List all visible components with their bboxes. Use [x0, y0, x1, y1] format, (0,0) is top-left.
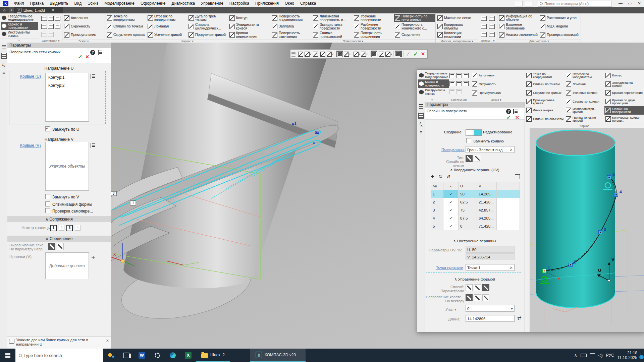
table-row-5[interactable]: 5✓071.428... — [431, 222, 520, 230]
tray-expand-icon[interactable]: ∧ — [574, 353, 577, 358]
redo-icon[interactable] — [48, 32, 54, 37]
ribbon-tab-каркас-и-поверхности[interactable]: Каркас и поверхности — [1, 22, 38, 30]
close-u-checkbox[interactable]: Замкнуть по U — [45, 126, 79, 132]
anchor-point-link[interactable]: Точка привязки — [436, 265, 463, 269]
orientation-icon[interactable] — [312, 51, 319, 57]
cylinder-viewport[interactable]: 12345 V U — [530, 128, 644, 332]
tool-контур[interactable]: Контур — [228, 14, 269, 22]
tool-кривая-по-двум-проекциям[interactable]: Кривая по двум проекциям — [604, 97, 644, 106]
tool-проекционная-кривая[interactable]: Проекционная кривая — [525, 97, 565, 106]
close-button[interactable]: ✕ — [635, 0, 644, 7]
tool-свернутая-кривая[interactable]: Свернутая кривая — [565, 97, 604, 106]
show-objects-icon[interactable]: ▾ — [361, 51, 368, 57]
collapse-chevron-icon[interactable]: » — [418, 98, 447, 102]
table-row-3[interactable]: 3✓7542.857... — [431, 206, 520, 214]
selfintersect-checkbox[interactable]: Проверка самопере... — [45, 208, 93, 214]
tool-точка-по-координатам[interactable]: Точка по координатам — [106, 14, 147, 22]
pick-curves-icon[interactable] — [91, 74, 96, 79]
ribbon-tab-твердотельное-моделирование[interactable]: Твердотельное моделирование — [1, 14, 38, 22]
tangent-vector-button[interactable] — [466, 294, 473, 301]
zoom-icon[interactable]: ▾ — [305, 51, 311, 57]
clear-icon[interactable]: ✕ — [509, 146, 513, 153]
tool-окружность[interactable]: Окружность — [63, 22, 104, 31]
construction-plane-icon[interactable] — [481, 16, 487, 21]
minimize-button[interactable]: — — [616, 0, 625, 7]
tool-сплайн-по-объектам[interactable]: Сплайн по объектам — [525, 115, 565, 123]
display-wireframe-icon[interactable]: ▾ — [344, 51, 351, 57]
collections-icon[interactable] — [378, 51, 385, 57]
style-pen-icon[interactable]: ∕ — [405, 51, 412, 57]
tool-коллекция-геометрии[interactable]: Коллекция геометрии — [436, 31, 477, 39]
section-coords[interactable]: ∧ Координаты вершин (UV) — [425, 168, 525, 172]
tool-сплайн-по-точкам[interactable]: Сплайн по точкам — [106, 22, 147, 31]
menu-hamburger-icon[interactable]: ≡ — [418, 129, 424, 135]
align-mode-1-button[interactable] — [48, 243, 55, 250]
tool-расстояние-и-угол[interactable]: Расстояние и угол — [539, 14, 580, 22]
help-icon[interactable]: ? — [90, 50, 95, 55]
print-icon[interactable] — [449, 81, 455, 86]
section-vertex[interactable]: ∧ Построение вершины — [425, 239, 525, 243]
tool-автолиния[interactable]: Автолиния — [471, 71, 521, 80]
fx-variables-icon[interactable]: fx — [418, 121, 424, 127]
tool-поверхность-соединения[interactable]: Поверхность соединения — [353, 31, 394, 39]
parameters-panel-icon[interactable] — [1, 53, 7, 59]
spline-by-poles-button[interactable] — [474, 155, 481, 162]
tool-окружность[interactable]: Окружность — [471, 80, 521, 88]
document-tab[interactable]: Шнек_1.m3d ✕ — [14, 7, 63, 13]
tool-спираль-цилиндрическ[interactable]: Спираль цилиндрическ... — [187, 22, 228, 31]
border-4-button[interactable]: 4 — [75, 225, 80, 231]
anchor-point-field[interactable]: Точка:1✕ — [466, 264, 515, 271]
clear-icon[interactable]: ✕ — [509, 264, 513, 271]
placement-icon[interactable]: ▾ — [327, 51, 333, 57]
open-document-icon[interactable] — [456, 73, 462, 78]
tool-поверхность-выдавливания[interactable]: Поверхность выдавливания — [271, 14, 312, 22]
tool-усечение-поверхности[interactable]: Усечение поверхности — [353, 14, 394, 22]
tool-сплайн-по-точкам[interactable]: Сплайн по точкам — [525, 80, 565, 88]
length-field[interactable]: 14.142896 — [466, 315, 515, 322]
battery-icon[interactable] — [581, 354, 587, 357]
task-view-icon[interactable] — [119, 349, 134, 362]
rotate-icon[interactable] — [319, 51, 326, 57]
new-document-icon[interactable] — [41, 16, 47, 21]
clock[interactable]: 21:18 11.10.2025 — [618, 351, 637, 360]
menu-настройка[interactable]: Настройка — [226, 0, 252, 7]
tool-скругление-кривых[interactable]: Скругление кривых — [106, 31, 147, 39]
redo-icon[interactable] — [456, 89, 462, 94]
tool-контур[interactable]: Контур — [604, 71, 644, 80]
print-preview-icon[interactable] — [48, 24, 54, 29]
chevron-down-icon[interactable]: ▾ — [349, 53, 351, 56]
word-icon[interactable]: W — [134, 349, 150, 362]
spline-by-points-button[interactable] — [466, 155, 473, 162]
border-tag-1[interactable]: 1 — [130, 201, 136, 205]
ribbon-tab-инструменты-эскиза[interactable]: Инструменты эскиза — [1, 30, 38, 38]
tool-поверхность-по-сети-кривых[interactable]: Поверхность по сети кривых — [394, 14, 435, 22]
curves-v-link[interactable]: Кривые (V) — [20, 143, 41, 148]
tool-поверхность-скругления[interactable]: Поверхность скругления — [271, 31, 312, 39]
layout-icon[interactable] — [515, 1, 523, 6]
excel-icon[interactable]: X — [180, 349, 196, 362]
cancel-icon[interactable]: ✕ — [515, 115, 519, 121]
tangent-v-button[interactable] — [482, 294, 489, 301]
restore-button[interactable]: ▭ — [625, 0, 635, 7]
home-button[interactable]: ⌂ — [0, 7, 9, 13]
help-icon[interactable]: ? — [506, 109, 511, 114]
new-document-icon[interactable] — [449, 73, 455, 78]
fx-variables-icon[interactable]: fx — [1, 62, 7, 68]
menu-hamburger-icon[interactable]: ≡ — [1, 70, 7, 76]
table-row-4[interactable]: 4✓87.564.285... — [431, 214, 520, 222]
align-mode-2-button[interactable] — [57, 243, 64, 250]
tool-ломаная[interactable]: Ломаная — [147, 22, 187, 31]
optimize-checkbox[interactable]: Оптимизация формы — [45, 201, 92, 207]
chevron-down-icon[interactable]: ▾ — [359, 53, 360, 56]
spline-point-4[interactable]: 4 — [614, 190, 622, 197]
close-message-icon[interactable]: ✕ — [106, 339, 109, 343]
tool-взаимное-отклонение[interactable]: Взаимное отклонение — [498, 22, 539, 31]
menu-управление[interactable]: Управление — [198, 0, 226, 7]
tool-разбиение-поверхности[interactable]: Разбиение поверхности — [353, 22, 394, 31]
table-row-2[interactable]: 2✓62.521.428... — [431, 198, 520, 206]
volume-icon[interactable]: ◁) — [598, 353, 603, 358]
chevron-down-icon[interactable]: ▾ — [400, 53, 402, 56]
start-button[interactable] — [0, 349, 15, 362]
kompas-window-button[interactable]: К КОМПАС-3D v23 ... — [250, 349, 306, 362]
folder-window-button[interactable]: Шнек_2 — [196, 349, 230, 362]
